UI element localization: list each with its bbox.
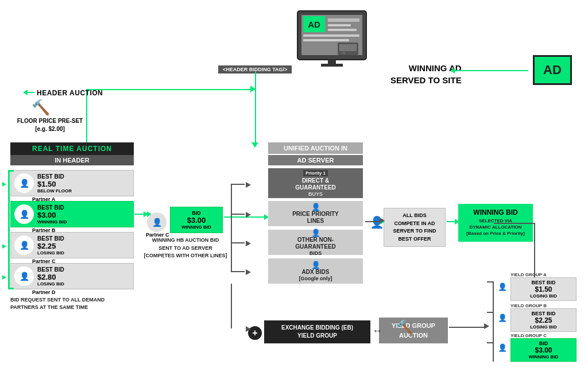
svg-rect-5 [328, 24, 351, 26]
ad-badge-right: AD [533, 55, 572, 85]
partner-c-icon-left: 👤 [14, 235, 34, 255]
website-monitor-icon: AD [295, 8, 369, 71]
left-bracket-top [8, 170, 14, 172]
yg-b-box: BEST BID $2.25 LOSING BID [510, 308, 577, 332]
in-header-box: IN HEADER [10, 155, 134, 165]
auction-row-1: Priority 1 DIRECT &GUARANTEED BUYS [268, 168, 363, 198]
arrow-row-d [2, 275, 6, 280]
arrow-header-auction [26, 92, 34, 93]
svg-rect-12 [328, 60, 336, 64]
auction-row-2: 👤 PRICE PRIORITYLINES [268, 201, 363, 226]
line-to-row3 [231, 242, 245, 243]
arrow-row-c [2, 244, 6, 249]
vert-line-rows [231, 184, 232, 272]
left-bracket-bottom [8, 288, 14, 289]
connector-left-horiz [86, 89, 255, 90]
arrow-to-row2 [246, 212, 251, 218]
exchange-bidding-box: EXCHANGE BIDDING (EB) YIELD GROUP [264, 320, 370, 343]
row2-person: 👤 [311, 203, 320, 211]
yg-a-icon: 👤 [498, 283, 507, 291]
arrow-auction-to-right2 [380, 218, 385, 223]
line-to-row4 [231, 271, 245, 272]
winning-hb-bid-box: BID $3.00 WINNING BID [170, 207, 223, 233]
arrow-winning-to-yg-horiz [494, 223, 534, 224]
arrow-auction-to-right [365, 221, 381, 222]
row4-person: 👤 [311, 261, 320, 269]
gavel-icon: 🔨 [32, 99, 50, 117]
svg-rect-4 [328, 18, 359, 22]
bid-request-note: BID REQUEST SENT TO ALL DEMAND PARTNERS … [10, 296, 108, 311]
row3-person: 👤 [311, 229, 320, 237]
row1-subtitle: BUYS [308, 191, 323, 197]
partner-c-mid-icon: 👤 [147, 212, 167, 232]
double-arrow-eb-yg: ↔ [372, 325, 382, 337]
website-container: <HEADER BIDDING TAG/> AD [218, 8, 369, 75]
row4-subtitle: [Google only] [299, 276, 332, 281]
partner-d-name: Partner D [32, 289, 56, 295]
winning-hb-note: WINNING HB AUCTION BID SENT TO AD SERVER… [142, 237, 229, 260]
partner-b-bid-amount: $3.00 [37, 211, 133, 219]
arrow-website-down [252, 142, 258, 148]
yg-c-box: BID $3.00 WINNING BID [510, 338, 577, 362]
partner-a-bid-label: BEST BID [37, 173, 133, 180]
arrow-hb-to-auction [224, 216, 265, 218]
yg-row-a: 👤 YIELD GROUP A BEST BID $1.50 LOSING BI… [498, 272, 577, 301]
unified-auction-label: UNIFIED AUCTION IN [268, 142, 363, 154]
line-to-row1 [231, 184, 245, 185]
winning-bid-title: WINNING BID [464, 208, 527, 216]
partner-d-bid-label: BEST BID [37, 266, 133, 273]
partner-b-bid-label: BEST BID [37, 204, 133, 211]
yg-c-icon: 👤 [498, 343, 507, 352]
partner-a-icon: 👤 [14, 173, 34, 193]
floor-price: FLOOR PRICE PRE-SET [e.g. $2.00] [13, 117, 87, 133]
arrow-yg-auction-to-groups [449, 327, 487, 328]
partner-c-bid-status: LOSING BID [37, 250, 133, 256]
arrow-b-to-mid [134, 214, 145, 215]
arrow-to-row1 [246, 182, 251, 188]
auction-row-3: 👤 OTHER NON-GUARANTEED BIDS [268, 230, 363, 255]
row3-title: OTHER NON-GUARANTEED [295, 237, 336, 250]
winning-hb-bid-amount: $3.00 [175, 216, 218, 225]
yg-bracket-mid [487, 312, 494, 313]
ad-server-label: AD SERVER [268, 155, 363, 165]
yg-c-name: YIELD GROUP C [510, 333, 577, 338]
yield-group-auction-box: YIELD GROUP AUCTION [379, 318, 448, 343]
row4-title: ADX BIDS [302, 269, 330, 276]
row2-title: PRICE PRIORITYLINES [292, 211, 339, 225]
yg-b-name: YIELD GROUP B [510, 303, 577, 308]
yg-row-b: 👤 YIELD GROUP B BEST BID $2.25 LOSING BI… [498, 303, 577, 332]
partner-d-bid-amount: $2.80 [37, 273, 133, 281]
svg-rect-13 [321, 64, 343, 67]
yg-a-box: BEST BID $1.50 LOSING BID [510, 277, 577, 301]
partner-d-icon: 👤 [14, 266, 34, 286]
winning-hb-bid-status: WINNING BID [175, 225, 218, 230]
winning-bid-sub: SELECTED VIA DYNAMIC ALLOCATION [Based o… [464, 218, 527, 237]
vert-line-eb [231, 284, 232, 328]
partner-b-bid-status: WINNING BID [37, 219, 133, 225]
arrow-winning-ad [454, 70, 528, 71]
all-bids-compete-box: ALL BIDS COMPETE IN AD SERVER TO FIND BE… [384, 208, 446, 247]
partner-b-icon: 👤 [14, 204, 34, 224]
auction-row-4: 👤 ADX BIDS [Google only] [268, 258, 363, 284]
connector-website-down [255, 72, 256, 144]
header-auction-label: HEADER AUCTION [37, 89, 103, 97]
row3-subtitle: BIDS [310, 250, 322, 256]
winning-ad-label: WINNING AD SERVED TO SITE [390, 62, 462, 86]
line-to-row2 [231, 214, 245, 215]
winning-hb-bid-label: BID [175, 210, 218, 216]
arrow-to-website [250, 86, 256, 92]
partner-d-bid-status: LOSING BID [37, 281, 133, 287]
partner-a-bid-status: BELOW FLOOR [37, 188, 133, 194]
arrow-compete-to-winning [447, 221, 456, 222]
svg-rect-7 [303, 34, 359, 37]
arrow-to-eb [246, 326, 251, 332]
rta-box: REAL TIME AUCTION [10, 142, 134, 155]
svg-rect-6 [328, 29, 357, 31]
svg-rect-8 [303, 39, 349, 41]
bid-row-b: 👤 BEST BID $3.00 WINNING BID [10, 201, 134, 227]
svg-rect-11 [342, 52, 345, 54]
bid-row-a: 👤 BEST BID $1.50 BELOW FLOOR [10, 170, 134, 196]
left-bracket-vert [8, 170, 10, 289]
partner-c-bid-amount: $2.25 [37, 242, 133, 250]
yg-a-name: YIELD GROUP A [510, 272, 577, 277]
